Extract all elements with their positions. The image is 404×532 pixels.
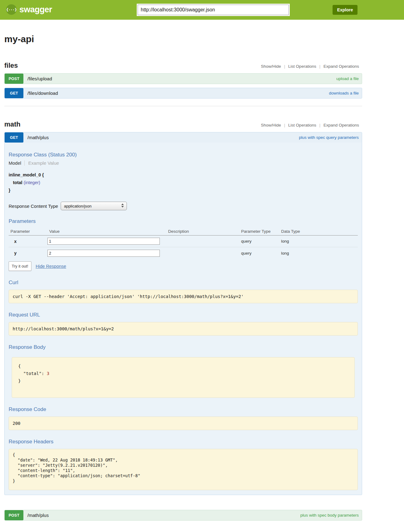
endpoint-path[interactable]: /files/upload xyxy=(27,76,52,81)
endpoint-summary[interactable]: plus with spec body parameters xyxy=(300,513,359,518)
col-value: Value xyxy=(47,229,166,234)
param-value-input-y[interactable] xyxy=(47,250,160,257)
model-tabs: Model Example Value xyxy=(9,160,358,166)
operation-get-files-download: GET /files/download downloads a file xyxy=(4,88,362,99)
section-title-files: files xyxy=(4,62,18,70)
files-expand-operations-link[interactable]: Expand Operations xyxy=(320,64,362,69)
swagger-brand[interactable]: {···} swagger xyxy=(6,4,52,15)
col-description: Description xyxy=(166,229,239,234)
json-key: "total": xyxy=(23,371,44,376)
param-type: query xyxy=(239,251,279,256)
model-name: inline_model_0 { xyxy=(9,171,358,179)
operation-header[interactable]: POST /files/upload upload a file xyxy=(5,74,362,84)
operation-post-files-upload: POST /files/upload upload a file xyxy=(4,73,362,84)
endpoint-path[interactable]: /math/plus xyxy=(27,135,49,140)
endpoint-summary[interactable]: plus with spec query parameters xyxy=(299,135,359,140)
model-prop-name: total xyxy=(13,180,22,185)
try-it-out-button[interactable]: Try it out! xyxy=(9,261,31,271)
endpoint-path[interactable]: /files/download xyxy=(27,91,58,96)
explore-button[interactable]: Explore xyxy=(333,5,358,15)
model-prop-type: (integer) xyxy=(24,180,40,185)
response-body-heading: Response Body xyxy=(9,344,358,350)
selected-content-type: application/json xyxy=(64,204,92,208)
request-url-heading: Request URL xyxy=(9,312,358,318)
response-body-box: { "total": 3 } xyxy=(12,357,355,398)
math-show-hide-link[interactable]: Show/Hide xyxy=(258,123,284,127)
response-headers-heading: Response Headers xyxy=(9,439,358,445)
json-open-brace: { xyxy=(18,364,21,369)
model-close-brace: } xyxy=(9,187,358,194)
endpoint-summary[interactable]: upload a file xyxy=(336,76,359,81)
parameters-table-header: Parameter Value Description Parameter Ty… xyxy=(9,228,358,236)
method-badge-post: POST xyxy=(5,74,23,84)
model-signature: inline_model_0 { total (integer) } xyxy=(9,171,358,194)
method-badge-post: POST xyxy=(5,510,23,520)
json-value: 3 xyxy=(47,371,49,376)
method-badge-get: GET xyxy=(5,132,23,143)
col-parameter: Parameter xyxy=(9,229,47,234)
page-title: my-api xyxy=(4,34,362,44)
select-arrows-icon xyxy=(121,204,124,208)
operation-header[interactable]: GET /math/plus plus with spec query para… xyxy=(5,132,362,143)
math-list-operations-link[interactable]: List Operations xyxy=(285,123,319,127)
tab-example-value[interactable]: Example Value xyxy=(24,160,59,166)
files-show-hide-link[interactable]: Show/Hide xyxy=(258,64,284,69)
response-code-box: 200 xyxy=(9,417,358,430)
col-parameter-type: Parameter Type xyxy=(239,229,279,234)
response-class-heading: Response Class (Status 200) xyxy=(9,152,358,158)
param-type: query xyxy=(239,239,279,244)
parameter-row-x: x query long xyxy=(9,236,358,247)
response-content-type-select[interactable]: application/json xyxy=(61,202,127,210)
parameter-row-y: y query long xyxy=(9,247,358,259)
operation-header[interactable]: POST /math/plus plus with spec body para… xyxy=(5,510,362,520)
section-title-math: math xyxy=(4,120,21,128)
method-badge-get: GET xyxy=(5,88,23,98)
curl-heading: Curl xyxy=(9,280,358,286)
section-divider xyxy=(4,106,362,106)
param-data-type: long xyxy=(279,239,358,244)
col-data-type: Data Type xyxy=(279,229,358,234)
operation-header[interactable]: GET /files/download downloads a file xyxy=(5,88,362,98)
header-bar: {···} swagger Explore xyxy=(0,0,404,20)
json-close-brace: } xyxy=(18,378,21,383)
tab-model[interactable]: Model xyxy=(9,160,24,166)
parameters-table: Parameter Value Description Parameter Ty… xyxy=(9,228,358,259)
curl-command-box: curl -X GET --header 'Accept: applicatio… xyxy=(9,290,358,303)
param-name: y xyxy=(9,251,47,256)
param-name: x xyxy=(9,239,47,244)
param-data-type: long xyxy=(279,251,358,256)
operation-expanded-content: Response Class (Status 200) Model Exampl… xyxy=(5,152,362,495)
response-headers-box: { "date": "Wed, 22 Aug 2018 18:49:13 GMT… xyxy=(9,449,358,490)
files-list-operations-link[interactable]: List Operations xyxy=(285,64,319,69)
param-value-input-x[interactable] xyxy=(47,238,160,245)
request-url-box: http://localhost:3000/math/plus?x=1&y=2 xyxy=(9,322,358,336)
spec-url-input[interactable] xyxy=(138,5,289,15)
operation-get-math-plus: GET /math/plus plus with spec query para… xyxy=(4,132,362,495)
parameters-heading: Parameters xyxy=(9,218,358,224)
endpoint-path[interactable]: /math/plus xyxy=(27,513,49,518)
hide-response-link[interactable]: Hide Response xyxy=(36,264,66,269)
swagger-logo-icon: {···} xyxy=(6,4,17,15)
endpoint-summary[interactable]: downloads a file xyxy=(329,91,359,95)
files-section-header: files Show/Hide | List Operations | Expa… xyxy=(4,62,362,70)
brand-name: swagger xyxy=(19,5,52,14)
response-content-type-label: Response Content Type xyxy=(9,204,58,209)
math-section-header: math Show/Hide | List Operations | Expan… xyxy=(4,120,362,128)
math-expand-operations-link[interactable]: Expand Operations xyxy=(320,123,362,127)
response-code-heading: Response Code xyxy=(9,406,358,413)
operation-post-math-plus: POST /math/plus plus with spec body para… xyxy=(4,510,362,521)
